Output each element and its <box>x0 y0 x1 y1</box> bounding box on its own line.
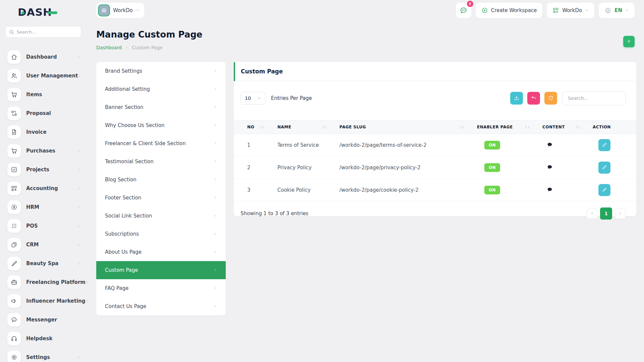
settings-nav-freelancer-client-side-section[interactable]: Freelancer & Client Side Section <box>96 134 226 153</box>
chevron-right-icon <box>213 68 217 74</box>
settings-nav-about-us-page[interactable]: About Us Page <box>96 243 226 261</box>
sidebar-item-invoice[interactable]: Invoice <box>0 123 88 141</box>
reset-button[interactable] <box>527 92 540 105</box>
settings-nav-label: Contact Us Page <box>105 303 146 309</box>
chevron-right-icon <box>125 45 128 50</box>
settings-nav-label: Testimonial Section <box>105 159 154 165</box>
globe-icon <box>604 7 611 14</box>
sidebar-item-proposal[interactable]: Proposal <box>0 104 88 123</box>
settings-nav-social-link-section[interactable]: Social Link Section <box>96 207 226 225</box>
edit-button[interactable] <box>598 139 610 151</box>
edit-button[interactable] <box>598 162 610 174</box>
export-button[interactable] <box>510 92 523 105</box>
settings-nav-custom-page[interactable]: Custom Page <box>96 261 226 279</box>
sidebar-item-items[interactable]: Items <box>0 85 88 104</box>
app-logo[interactable]: DASH <box>21 6 57 18</box>
page-1-button[interactable]: 1 <box>600 207 612 220</box>
sidebar-item-freelancing-platform[interactable]: Freelancing Platform <box>0 273 88 292</box>
sidebar-item-pos[interactable]: POS <box>0 217 88 235</box>
column-label: NO <box>247 125 254 129</box>
settings-nav-banner-section[interactable]: Banner Section <box>96 98 226 116</box>
settings-nav-brand-settings[interactable]: Brand Settings <box>96 62 226 80</box>
refresh-icon <box>548 95 554 102</box>
content-button[interactable] <box>547 142 553 149</box>
sidebar-item-beauty-spa[interactable]: Beauty Spa <box>0 254 88 273</box>
sidebar-item-hrm[interactable]: HRM <box>0 198 88 217</box>
content-button[interactable] <box>547 187 553 194</box>
chevron-down-icon <box>136 7 140 13</box>
next-page-button[interactable] <box>615 208 626 219</box>
settings-nav-label: Why Choose Us Section <box>105 122 164 128</box>
settings-nav-additional-setting[interactable]: Additional Setting <box>96 80 226 98</box>
sidebar-item-messenger[interactable]: Messenger <box>0 310 88 329</box>
sidebar-item-helpdesk[interactable]: Helpdesk <box>0 329 88 348</box>
sidebar-item-dashboard[interactable]: Dashboard <box>0 48 88 66</box>
settings-nav-testimonial-section[interactable]: Testimonial Section <box>96 153 226 171</box>
breadcrumb: Dashboard Custom Page <box>96 45 163 50</box>
sidebar-item-projects[interactable]: Projects <box>0 160 88 179</box>
home-icon <box>7 50 21 64</box>
sidebar-search-input[interactable] <box>17 29 77 35</box>
settings-nav-contact-us-page[interactable]: Contact Us Page <box>96 297 226 315</box>
settings-nav-label: Footer Section <box>105 195 141 201</box>
proposal-icon <box>7 107 21 120</box>
messenger-icon <box>7 313 21 326</box>
create-workspace-button[interactable]: Create Workspace <box>476 3 543 18</box>
workspace-selector[interactable]: WorkDo <box>96 3 144 18</box>
edit-button[interactable] <box>598 184 610 196</box>
enabler-status-badge[interactable]: ON <box>484 186 500 194</box>
sidebar-item-label: Items <box>26 92 42 98</box>
card-title: Custom Page <box>234 62 636 81</box>
sidebar-item-user-management[interactable]: User Management <box>0 66 88 85</box>
sidebar-item-purchases[interactable]: Purchases <box>0 141 88 160</box>
shopping-cart-icon <box>7 144 21 158</box>
reload-button[interactable] <box>544 92 557 105</box>
chevron-right-icon <box>213 267 217 273</box>
sidebar-item-accounting[interactable]: Accounting <box>0 179 88 198</box>
workspace-icon <box>98 4 110 16</box>
add-custom-page-button[interactable] <box>623 36 635 47</box>
column-header-content[interactable]: CONTENT↑↓ <box>536 120 586 134</box>
column-header-inner: PAGE SLUG↑↓ <box>339 125 464 129</box>
column-header-inner: ACTION <box>593 125 630 129</box>
settings-nav-blog-section[interactable]: Blog Section <box>96 171 226 189</box>
column-header-name[interactable]: NAME↑↓ <box>271 120 333 134</box>
cell-page-slug: /workdo-2/page/privacy-policy-2 <box>333 157 470 179</box>
column-header-page-slug[interactable]: PAGE SLUG↑↓ <box>333 120 470 134</box>
comment-icon <box>547 164 553 171</box>
language-selector[interactable]: EN <box>599 3 635 18</box>
custom-page-card: Custom Page 10 Entries Per Page NO↑↓NAME… <box>234 62 636 216</box>
settings-nav-faq-page[interactable]: FAQ Page <box>96 279 226 297</box>
enabler-status-badge[interactable]: ON <box>484 163 500 172</box>
sidebar-search[interactable] <box>5 26 81 38</box>
settings-nav-footer-section[interactable]: Footer Section <box>96 189 226 207</box>
sidebar-item-label: Beauty Spa <box>26 260 58 266</box>
sidebar-item-influencer-marketing[interactable]: Influencer Marketing <box>0 292 88 310</box>
cell-name: Cookie Policy <box>271 179 333 201</box>
cell-content <box>536 179 586 201</box>
settings-nav-label: Additional Setting <box>105 86 150 92</box>
sidebar-item-settings[interactable]: Settings <box>0 348 88 362</box>
workdo-menu-button[interactable]: WorkDo <box>547 3 594 18</box>
page-title: Manage Custom Page <box>96 29 202 40</box>
settings-nav-why-choose-us-section[interactable]: Why Choose Us Section <box>96 116 226 134</box>
column-header-no[interactable]: NO↑↓ <box>234 120 271 134</box>
messages-button[interactable]: 0 <box>456 3 471 18</box>
sidebar-item-crm[interactable]: CRM <box>0 235 88 254</box>
sidebar-item-label: Accounting <box>26 185 58 191</box>
table-search-input[interactable] <box>562 91 626 105</box>
breadcrumb-dashboard-link[interactable]: Dashboard <box>96 45 122 50</box>
chevron-right-icon <box>619 211 622 216</box>
workdo-label: WorkDo <box>562 7 582 13</box>
chevron-right-icon <box>86 299 89 303</box>
content-button[interactable] <box>547 164 553 171</box>
prev-page-button[interactable] <box>587 208 597 219</box>
column-header-inner: NO↑↓ <box>247 125 265 129</box>
dots-grid-icon <box>7 219 21 233</box>
shopping-cart-icon <box>7 88 21 101</box>
settings-nav-subscriptions[interactable]: Subscriptions <box>96 225 226 243</box>
entries-per-page-select[interactable]: 10 <box>240 92 265 105</box>
column-header-enabler-page[interactable]: ENABLER PAGE↑↓ <box>470 120 536 134</box>
sort-icon: ↑↓ <box>322 125 327 129</box>
enabler-status-badge[interactable]: ON <box>484 141 500 149</box>
